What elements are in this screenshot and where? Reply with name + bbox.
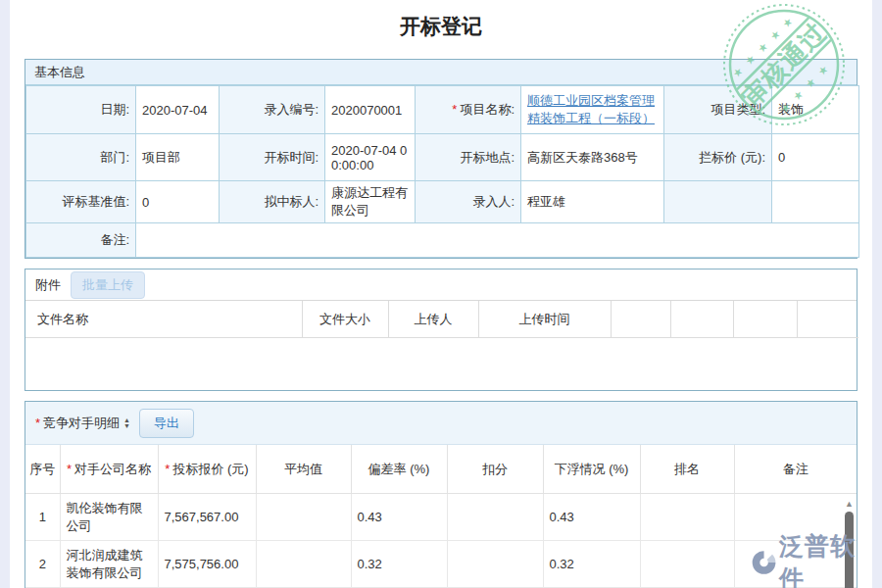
col-file-name: 文件名称 bbox=[25, 301, 302, 338]
export-button[interactable]: 导出 bbox=[139, 409, 194, 438]
col-remark: 备注 bbox=[734, 445, 857, 494]
col-company: *对手公司名称 bbox=[60, 445, 158, 494]
col-downfloat: 下浮情况 (%) bbox=[543, 445, 640, 494]
table-row: 日期: 2020-07-04 录入编号: 2020070001 *项目名称: 顺… bbox=[26, 86, 859, 134]
remark-value bbox=[136, 223, 859, 258]
sort-down-icon: ▼ bbox=[123, 423, 130, 429]
attachments-empty-body bbox=[25, 338, 857, 390]
col-file-size: 文件大小 bbox=[302, 301, 388, 338]
date-value: 2020-07-04 bbox=[136, 86, 220, 134]
col-deviation: 偏差率 (%) bbox=[351, 445, 447, 494]
col-upload-time: 上传时间 bbox=[478, 301, 611, 338]
row-downfloat: 0.32 bbox=[543, 541, 640, 588]
attachments-header-row: 文件名称 文件大小 上传人 上传时间 bbox=[25, 301, 858, 338]
basic-info-section-title: 基本信息 bbox=[25, 60, 857, 85]
row-rank bbox=[640, 494, 734, 541]
col-empty bbox=[733, 301, 797, 338]
project-type-value: 装饰 bbox=[772, 86, 859, 134]
required-marker: * bbox=[35, 416, 40, 430]
col-empty bbox=[670, 301, 733, 338]
competitors-panel: * 竞争对手明细 ▲ ▼ 导出 序号 *对手公司名称 *投标报价 (元) bbox=[24, 401, 858, 588]
col-uploader: 上传人 bbox=[388, 301, 478, 338]
row-downfloat: 0.43 bbox=[543, 494, 640, 541]
competitors-header-row: 序号 *对手公司名称 *投标报价 (元) 平均值 偏差率 (%) 扣分 下浮情况… bbox=[25, 445, 857, 494]
department-label: 部门: bbox=[26, 134, 136, 181]
ceiling-price-label: 拦标价 (元): bbox=[664, 134, 772, 181]
row-company: 河北润成建筑装饰有限公司 bbox=[60, 541, 158, 588]
eval-base-value: 0 bbox=[136, 181, 220, 223]
competitors-table: 序号 *对手公司名称 *投标报价 (元) 平均值 偏差率 (%) 扣分 下浮情况… bbox=[25, 445, 857, 588]
row-company: 凯伦装饰有限公司 bbox=[60, 494, 158, 541]
main-content: 开标登记 审核通过 ★ ★ ★ ★ ★ ★ ★ ★ ★ 基本信息 bbox=[10, 0, 872, 588]
row-deduction bbox=[447, 541, 543, 588]
open-place-value: 高新区天泰路368号 bbox=[521, 134, 664, 181]
entry-no-value: 2020070001 bbox=[325, 86, 416, 134]
watermark-brand: 泛普软件 bbox=[779, 530, 878, 588]
row-no: 1 bbox=[25, 494, 60, 541]
competitors-header: * 竞争对手明细 ▲ ▼ 导出 bbox=[25, 402, 857, 445]
proposed-winner-label: 拟中标人: bbox=[220, 181, 325, 223]
open-time-value: 2020-07-04 00:00:00 bbox=[325, 134, 416, 181]
required-marker: * bbox=[165, 462, 170, 476]
open-place-label: 开标地点: bbox=[416, 134, 521, 181]
entry-no-label: 录入编号: bbox=[220, 86, 325, 134]
table-row: 评标基准值: 0 拟中标人: 康源达工程有限公司 录入人: 程亚雄 bbox=[26, 181, 859, 223]
project-name-cell: 顺德工业园区档案管理精装饰工程（一标段） bbox=[521, 86, 664, 134]
col-deduction: 扣分 bbox=[447, 445, 543, 494]
ceiling-price-value: 0 bbox=[772, 134, 859, 181]
svg-text:★: ★ bbox=[755, 39, 770, 55]
row-bid-price: 7,575,756.00 bbox=[158, 541, 256, 588]
recorder-value: 程亚雄 bbox=[521, 181, 664, 223]
row-average bbox=[256, 494, 351, 541]
vendor-watermark: 泛普软件 www.fanpusoft.com bbox=[751, 530, 878, 588]
row-deviation: 0.43 bbox=[351, 494, 447, 541]
project-type-label: 项目类型: bbox=[664, 86, 772, 134]
row-rank bbox=[640, 541, 734, 588]
row-deduction bbox=[447, 494, 543, 541]
table-row: 备注: bbox=[26, 223, 859, 258]
table-row: 1 凯伦装饰有限公司 7,567,567.00 0.43 0.43 bbox=[25, 494, 857, 541]
row-no: 2 bbox=[25, 541, 60, 588]
project-name-link[interactable]: 顺德工业园区档案管理精装饰工程（一标段） bbox=[527, 93, 655, 125]
empty-value-cell bbox=[772, 181, 859, 223]
batch-upload-button[interactable]: 批量上传 bbox=[71, 271, 145, 299]
fanpu-logo-icon bbox=[751, 549, 777, 576]
required-marker: * bbox=[452, 102, 457, 117]
empty-label-cell bbox=[664, 181, 772, 223]
department-value: 项目部 bbox=[136, 134, 220, 181]
table-row: 部门: 项目部 开标时间: 2020-07-04 00:00:00 开标地点: … bbox=[26, 134, 859, 181]
col-rank: 排名 bbox=[640, 445, 734, 494]
attachments-header: 附件 批量上传 bbox=[25, 270, 857, 301]
col-no: 序号 bbox=[25, 445, 60, 494]
recorder-label: 录入人: bbox=[416, 181, 521, 223]
attachments-section-title: 附件 bbox=[35, 276, 61, 294]
table-row: 2 河北润成建筑装饰有限公司 7,575,756.00 0.32 0.32 bbox=[25, 541, 857, 588]
row-deviation: 0.32 bbox=[351, 541, 447, 588]
sort-spinner[interactable]: ▲ ▼ bbox=[123, 417, 130, 429]
basic-info-table: 日期: 2020-07-04 录入编号: 2020070001 *项目名称: 顺… bbox=[25, 85, 859, 258]
col-bid-price: *投标报价 (元) bbox=[158, 445, 256, 494]
attachments-panel: 附件 批量上传 文件名称 文件大小 上传人 上传时间 bbox=[24, 269, 858, 391]
competitors-section-title: 竞争对手明细 bbox=[43, 415, 120, 432]
basic-info-panel: 基本信息 日期: 2020-07-04 录入编号: 2020070001 *项目… bbox=[24, 59, 858, 259]
open-time-label: 开标时间: bbox=[220, 134, 325, 181]
row-average bbox=[256, 541, 351, 588]
project-name-label: *项目名称: bbox=[416, 86, 521, 134]
row-bid-price: 7,567,567.00 bbox=[158, 494, 256, 541]
date-label: 日期: bbox=[26, 86, 136, 134]
attachments-table: 文件名称 文件大小 上传人 上传时间 bbox=[25, 301, 858, 338]
proposed-winner-value: 康源达工程有限公司 bbox=[325, 181, 416, 223]
eval-base-label: 评标基准值: bbox=[26, 181, 136, 223]
page-title: 开标登记 bbox=[10, 0, 872, 39]
remark-label: 备注: bbox=[26, 223, 136, 258]
col-average: 平均值 bbox=[256, 445, 351, 494]
scroll-up-icon[interactable]: ▲ bbox=[845, 500, 854, 509]
required-marker: * bbox=[67, 462, 72, 476]
col-empty bbox=[797, 301, 858, 338]
col-empty bbox=[611, 301, 670, 338]
